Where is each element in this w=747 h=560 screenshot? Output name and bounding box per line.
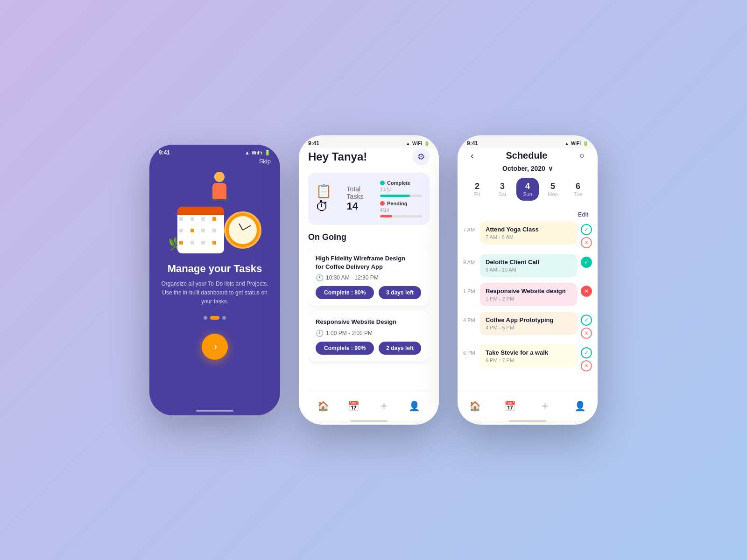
phones-container: 9:41 ▲ WiFi 🔋 Skip 🌿	[149, 135, 598, 425]
task-time-2: 🕐 1:00 PM - 2:00 PM	[316, 329, 422, 337]
time-1: 9:41	[159, 149, 170, 156]
time-2: 9:41	[308, 140, 319, 147]
date-sat[interactable]: 3 Sat	[491, 178, 514, 201]
back-arrow[interactable]: ‹	[467, 148, 478, 163]
schedule-nav: ‹ Schedule ○	[467, 148, 588, 163]
task-title-2: Responsive Website Design	[316, 318, 422, 326]
event-website-time: 1 PM - 2 PM	[486, 296, 571, 301]
home-indicator-1	[196, 410, 233, 412]
event-website-actions: ✕	[581, 283, 592, 297]
date-sun[interactable]: 4 Sun	[516, 178, 539, 201]
nav-calendar-2[interactable]: 📅	[345, 397, 363, 415]
pending-progress-fill	[380, 215, 392, 217]
phone-onboarding: 9:41 ▲ WiFi 🔋 Skip 🌿	[149, 145, 280, 415]
nav-home-2[interactable]: 🏠	[314, 397, 333, 415]
status-icons-2: ▲ WiFi 🔋	[406, 141, 430, 146]
onboarding-title: Manage your Tasks	[168, 263, 262, 275]
page-dots	[204, 316, 226, 320]
complete-dot	[380, 181, 385, 185]
days-button-2[interactable]: 2 days left	[379, 342, 421, 355]
status-bar-3: 9:41 ▲ WiFi 🔋	[458, 135, 598, 148]
event-yoga: Attend Yoga Class 7 AM - 8 AM	[480, 221, 577, 245]
chevron-down-icon: ∨	[548, 165, 553, 172]
phone3-content: ‹ Schedule ○ October, 2020 ∨ 2 Fri 3 Sat	[458, 148, 598, 421]
website-close-button[interactable]: ✕	[581, 286, 592, 297]
search-icon[interactable]: ○	[576, 149, 588, 162]
next-button[interactable]: ›	[202, 334, 228, 360]
stevie-close-button[interactable]: ✕	[581, 360, 592, 371]
total-tasks-label: Total Tasks	[347, 185, 373, 200]
task-title-1: High Fidelity Wireframe Designfor Coffee…	[316, 254, 422, 271]
person-illustration	[210, 172, 229, 201]
event-website: Responsive Website design 1 PM - 2 PM	[480, 283, 577, 306]
nav-add-3[interactable]: +	[536, 397, 555, 415]
event-stevie: Take Stevie for a walk 6 PM - 7 PM	[480, 344, 577, 368]
event-deloitte-actions: ✓	[581, 254, 592, 268]
status-bar-1: 9:41 ▲ WiFi 🔋	[149, 145, 280, 158]
edit-row: Edit	[458, 210, 598, 221]
complete-label: Complete	[387, 180, 410, 186]
tasks-info: Total Tasks 14	[347, 185, 373, 212]
event-website-name: Responsive Website design	[486, 287, 571, 294]
task-card-2: Responsive Website Design 🕐 1:00 PM - 2:…	[308, 311, 430, 361]
tasks-icon: 📋⏱	[316, 183, 339, 214]
complete-button-2[interactable]: Complete : 90%	[316, 342, 374, 355]
complete-stat: Complete 10/14	[380, 180, 422, 197]
yoga-check-button[interactable]: ✓	[581, 224, 592, 235]
nav-user-2[interactable]: 👤	[405, 397, 424, 415]
date-fri[interactable]: 2 Fri	[466, 178, 488, 201]
pending-label: Pending	[387, 201, 407, 206]
days-button-1[interactable]: 3 days left	[379, 286, 421, 299]
coffee-check-button[interactable]: ✓	[581, 315, 592, 326]
dot-2	[210, 316, 219, 320]
skip-button[interactable]: Skip	[259, 158, 271, 165]
event-stevie-name: Take Stevie for a walk	[486, 349, 571, 356]
time-label-4pm: 4 PM	[463, 312, 476, 323]
nav-add-2[interactable]: +	[375, 397, 394, 415]
month-selector[interactable]: October, 2020 ∨	[467, 165, 588, 172]
deloitte-check-button[interactable]: ✓	[581, 257, 592, 268]
event-coffee: Coffee App Prototyping 4 PM - 5 PM	[480, 312, 577, 335]
time-label-7am: 7 AM	[463, 221, 476, 232]
next-arrow-icon: ›	[214, 341, 217, 353]
clock-icon-1: 🕐	[316, 274, 324, 281]
event-deloitte: Deloitte Client Call 9 AM - 10 AM	[480, 254, 577, 277]
yoga-close-button[interactable]: ✕	[581, 237, 592, 248]
event-yoga-name: Attend Yoga Class	[486, 226, 571, 233]
schedule-item-coffee: 4 PM Coffee App Prototyping 4 PM - 5 PM …	[463, 312, 592, 339]
event-yoga-time: 7 AM - 8 AM	[486, 234, 571, 240]
nav-calendar-3[interactable]: 📅	[501, 397, 520, 415]
status-bar-2: 9:41 ▲ WiFi 🔋	[299, 135, 439, 148]
home-indicator-3	[509, 420, 546, 422]
event-coffee-time: 4 PM - 5 PM	[486, 325, 571, 330]
dashboard-header: Hey Tanya! ⚙	[308, 148, 430, 165]
nav-user-3[interactable]: 👤	[571, 397, 590, 415]
dot-1	[204, 316, 207, 320]
date-tue[interactable]: 6 Tue	[567, 178, 589, 201]
greeting-text: Hey Tanya!	[308, 150, 367, 163]
coffee-close-button[interactable]: ✕	[581, 328, 592, 339]
event-yoga-actions: ✓ ✕	[581, 221, 592, 248]
tasks-scroll: High Fidelity Wireframe Designfor Coffee…	[308, 248, 430, 391]
pending-stat: Pending 4/14	[380, 201, 422, 217]
dot-3	[222, 316, 226, 320]
complete-value: 10/14	[380, 187, 422, 192]
event-stevie-time: 6 PM - 7 PM	[486, 357, 571, 363]
schedule-header: ‹ Schedule ○ October, 2020 ∨ 2 Fri 3 Sat	[458, 148, 598, 210]
bottom-nav-3: 🏠 📅 + 👤	[458, 391, 598, 421]
task-time-1: 🕐 10:30 AM - 12:30 PM	[316, 274, 422, 281]
event-deloitte-time: 9 AM - 10 AM	[486, 267, 571, 273]
tasks-summary-card: 📋⏱ Total Tasks 14 Complete 10/14	[308, 173, 430, 225]
pending-value: 4/14	[380, 208, 422, 213]
total-tasks-count: 14	[347, 200, 373, 212]
tasks-stats: Complete 10/14 Pending 4/14	[380, 180, 422, 217]
edit-button[interactable]: Edit	[578, 211, 588, 218]
ongoing-section-title: On Going	[308, 232, 430, 242]
complete-button-1[interactable]: Complete : 80%	[316, 286, 374, 299]
phone2-content: Hey Tanya! ⚙ 📋⏱ Total Tasks 14 Complete …	[299, 148, 439, 421]
nav-home-3[interactable]: 🏠	[466, 397, 485, 415]
month-label: October, 2020	[502, 165, 545, 172]
date-mon[interactable]: 5 Mon	[542, 178, 564, 201]
stevie-check-button[interactable]: ✓	[581, 347, 592, 358]
settings-button[interactable]: ⚙	[413, 148, 430, 165]
